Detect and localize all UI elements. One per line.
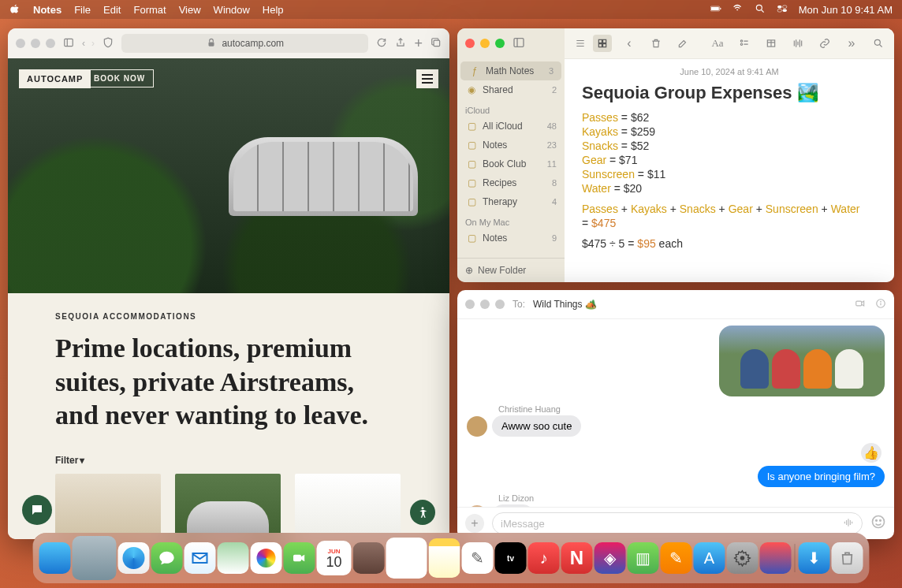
forward-button[interactable]: › <box>91 38 95 49</box>
dock-maps[interactable] <box>218 542 249 574</box>
audio-icon[interactable] <box>843 517 854 530</box>
dock-news[interactable]: N <box>561 542 593 574</box>
fullscreen-button[interactable] <box>495 300 505 309</box>
accessibility-fab[interactable] <box>410 500 435 525</box>
wifi-icon[interactable] <box>732 3 744 17</box>
facetime-icon[interactable] <box>855 298 866 311</box>
reaction[interactable]: 👍 <box>861 443 882 463</box>
tabs-icon[interactable] <box>430 37 442 50</box>
checklist-icon[interactable] <box>735 35 754 52</box>
dock-iphone-mirroring[interactable] <box>760 542 792 574</box>
fullscreen-button[interactable] <box>495 39 505 48</box>
new-tab-icon[interactable]: + <box>414 35 423 52</box>
accommodation-card[interactable] <box>175 474 281 540</box>
dock-music[interactable]: ♪ <box>528 542 560 574</box>
hamburger-menu[interactable] <box>416 69 438 88</box>
filter-button[interactable]: Filter▾ <box>55 455 402 466</box>
sidebar-folder[interactable]: ƒMath Notes3 <box>460 61 561 80</box>
message-bubble[interactable]: Is anyone bringing film? <box>758 466 885 487</box>
shield-icon[interactable] <box>102 37 114 50</box>
search-icon[interactable] <box>869 35 888 52</box>
avatar[interactable] <box>467 416 487 437</box>
dock-photos[interactable] <box>251 542 282 574</box>
dock-safari[interactable] <box>118 542 150 574</box>
sidebar-folder[interactable]: ▢Recipes8 <box>457 173 565 192</box>
accommodation-card[interactable] <box>295 474 401 540</box>
dock-finder[interactable] <box>39 542 71 574</box>
dock-freeform[interactable]: ✎ <box>462 542 494 574</box>
minimize-button[interactable] <box>31 39 40 48</box>
dock-shortcuts[interactable]: ◈ <box>594 542 626 574</box>
control-center-icon[interactable] <box>777 3 788 17</box>
close-button[interactable] <box>16 39 25 48</box>
app-name[interactable]: Notes <box>33 4 62 16</box>
media-icon[interactable] <box>788 35 807 52</box>
dock-notes[interactable] <box>429 538 460 578</box>
chat-fab[interactable] <box>22 495 52 525</box>
dock-trash[interactable] <box>832 542 863 574</box>
dock-contacts[interactable] <box>353 542 385 574</box>
trash-icon[interactable] <box>647 35 665 52</box>
more-icon[interactable]: » <box>842 35 861 52</box>
sidebar-folder[interactable]: ▢Notes23 <box>457 136 565 154</box>
note-editor[interactable]: June 10, 2024 at 9:41 AM Sequoia Group E… <box>565 59 894 259</box>
dock-settings[interactable] <box>727 542 758 574</box>
site-logo[interactable]: AUTOCAMP <box>19 69 91 88</box>
link-icon[interactable] <box>815 35 834 52</box>
sidebar-folder[interactable]: ◉Shared2 <box>457 80 565 99</box>
message-photo[interactable] <box>719 326 885 396</box>
apple-menu[interactable] <box>9 3 20 17</box>
dock-downloads[interactable]: ⬇ <box>799 542 830 574</box>
spotlight-icon[interactable] <box>755 3 766 17</box>
clock[interactable]: Mon Jun 10 9:41 AM <box>799 4 893 16</box>
menu-edit[interactable]: Edit <box>103 4 121 16</box>
minimize-button[interactable] <box>480 39 490 48</box>
dock-pages[interactable]: ✎ <box>661 542 692 574</box>
format-icon[interactable]: Aa <box>708 35 727 52</box>
fullscreen-button[interactable] <box>46 39 55 48</box>
dock-launchpad[interactable] <box>73 536 117 580</box>
message-input[interactable]: iMessage <box>492 512 863 534</box>
menu-file[interactable]: File <box>74 4 91 16</box>
menu-view[interactable]: View <box>179 4 201 16</box>
message-bubble[interactable]: Awww soo cute <box>492 415 581 437</box>
address-bar[interactable]: autocamp.com <box>121 34 368 53</box>
table-icon[interactable] <box>762 35 781 52</box>
compose-icon[interactable] <box>673 35 692 52</box>
reload-icon[interactable] <box>376 37 387 50</box>
back-button[interactable]: ‹ <box>82 38 85 49</box>
sidebar-folder[interactable]: ▢Notes9 <box>457 229 565 247</box>
dock-calendar[interactable]: JUN10 <box>317 541 352 575</box>
sidebar-folder[interactable]: ▢All iCloud48 <box>457 117 565 136</box>
dock-mail[interactable] <box>184 542 216 574</box>
sidebar-folder[interactable]: ▢Therapy4 <box>457 192 565 211</box>
attach-button[interactable]: + <box>465 514 484 533</box>
menu-window[interactable]: Window <box>214 4 250 16</box>
back-icon[interactable]: ‹ <box>620 35 639 52</box>
emoji-icon[interactable] <box>870 514 886 533</box>
sidebar-folder[interactable]: ▢Book Club11 <box>457 154 565 173</box>
list-view-icon[interactable] <box>571 35 590 52</box>
dock-tv[interactable]: tv <box>495 542 527 574</box>
share-icon[interactable] <box>395 37 406 50</box>
sidebar-toggle-icon[interactable] <box>512 36 525 51</box>
messages-thread[interactable]: Christine HuangAwww soo cute👍Is anyone b… <box>457 319 894 507</box>
minimize-button[interactable] <box>480 300 490 309</box>
close-button[interactable] <box>465 300 475 309</box>
dock-reminders[interactable] <box>386 538 427 579</box>
book-now-button[interactable]: BOOK NOW <box>85 69 154 87</box>
dock-facetime[interactable] <box>284 542 315 574</box>
dock-appstore[interactable]: A <box>694 542 725 574</box>
accommodation-card[interactable] <box>55 474 161 540</box>
new-folder-button[interactable]: ⊕ New Folder <box>457 258 565 282</box>
dock-messages[interactable] <box>151 542 183 574</box>
menu-help[interactable]: Help <box>263 4 284 16</box>
grid-view-icon[interactable] <box>593 35 612 52</box>
close-button[interactable] <box>465 39 475 48</box>
info-icon[interactable] <box>875 298 886 311</box>
recipient[interactable]: Wild Things 🏕️ <box>533 299 597 310</box>
menu-format[interactable]: Format <box>133 4 166 16</box>
battery-icon[interactable] <box>710 3 721 17</box>
dock-numbers[interactable]: ▥ <box>628 542 659 574</box>
sidebar-toggle-icon[interactable] <box>63 37 74 50</box>
